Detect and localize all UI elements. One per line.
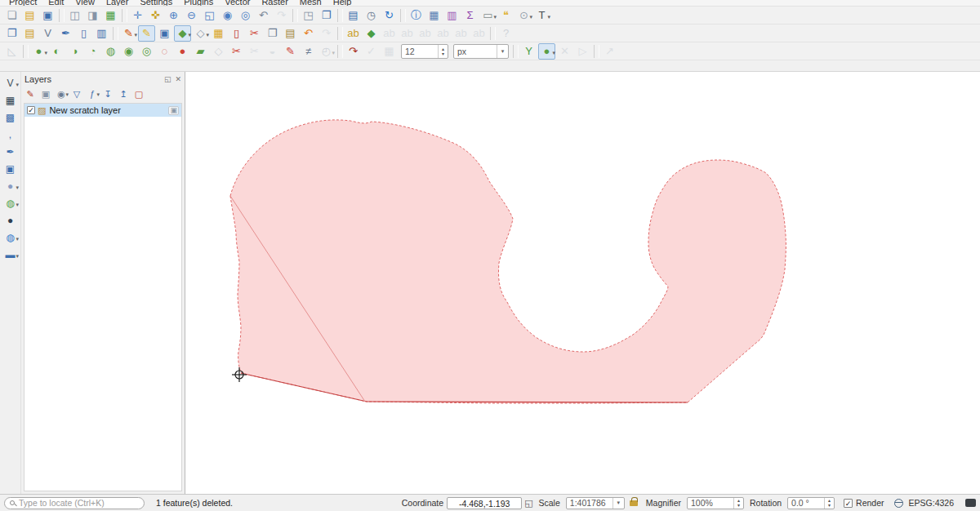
zoom-to-selection-button[interactable]: ◉ [219, 7, 236, 24]
zoom-to-area-button[interactable]: ⊙ [515, 7, 532, 24]
map-canvas[interactable] [185, 72, 980, 494]
new-geopackage-layer-button[interactable]: ▤ [21, 25, 38, 42]
add-vector-layer-button[interactable]: V [2, 75, 19, 91]
new-print-layout-button[interactable]: ◫ [66, 7, 83, 24]
magnifier-spinbox[interactable]: 100% [687, 497, 744, 509]
rotation-spinbox[interactable]: 0.0 ° [787, 497, 835, 509]
new-spatialite-layer-button[interactable]: ✒ [57, 25, 74, 42]
menu-edit[interactable]: Edit [42, 0, 69, 7]
statistical-summary-button[interactable]: ▥ [443, 7, 461, 24]
add-raster-layer-button[interactable]: ▦ [2, 92, 19, 109]
add-ring-button[interactable]: ◍ [102, 43, 119, 60]
menu-layer[interactable]: Layer [100, 0, 135, 7]
modify-attributes-of-selected-features-button[interactable]: ▦ [210, 25, 227, 42]
paste-features-button[interactable]: ▤ [282, 25, 299, 42]
add-spatialite-layer-dropdown-arrow[interactable] [16, 195, 19, 210]
stream-digitizing-button[interactable]: ↷ [345, 43, 362, 60]
menu-vector[interactable]: Vector [219, 0, 256, 7]
add-wms-layer-dropdown-arrow[interactable] [16, 229, 19, 244]
toggle-editing-button[interactable]: ✎ [138, 25, 155, 42]
remove-layer-group-button[interactable]: ▢ [131, 87, 146, 101]
current-edits-dropdown-arrow[interactable] [134, 25, 137, 40]
save-layer-edits-button[interactable]: ▣ [156, 25, 173, 42]
coordinate-input[interactable]: -4.468,-1.193 [447, 497, 522, 509]
menu-view[interactable]: View [69, 0, 100, 7]
add-delimited-text-layer-button[interactable]: , [2, 127, 19, 143]
new-3d-map-view-button[interactable]: ◳ [300, 7, 317, 24]
measure-line-button[interactable]: ▭ [479, 7, 497, 24]
open-data-source-manager-button[interactable]: ❐ [3, 25, 20, 42]
collapse-all-button[interactable]: ↥ [116, 87, 131, 101]
zoom-full-button[interactable]: ◱ [201, 7, 218, 24]
menu-plugins[interactable]: Plugins [178, 0, 219, 7]
menu-project[interactable]: Project [3, 0, 42, 7]
current-edits-button[interactable]: ✎ [120, 25, 137, 42]
float-panel-icon[interactable]: ◱ [164, 75, 172, 83]
new-virtual-layer-button[interactable]: ▥ [93, 25, 110, 42]
text-annotation-button[interactable]: T [533, 7, 550, 24]
refresh-map-button[interactable]: ↻ [381, 7, 398, 24]
stream-tolerance-units[interactable]: px [453, 44, 509, 59]
measure-line-dropdown-arrow[interactable] [493, 7, 497, 22]
open-attribute-table-button[interactable]: ▦ [425, 7, 443, 24]
manage-map-themes-dropdown-arrow[interactable] [65, 85, 69, 100]
toggle-extents-icon[interactable]: ◱ [524, 498, 532, 509]
stream-tolerance[interactable]: 12 [401, 44, 448, 59]
identify-features-button[interactable]: ⓘ [408, 7, 425, 24]
move-feature-button[interactable]: ● [30, 43, 47, 60]
layer-row-new-scratch-layer[interactable]: ✓ ▨ New scratch layer ▣ [24, 104, 181, 117]
add-wfs-layer-button[interactable]: ▬ [2, 247, 19, 263]
close-panel-icon[interactable]: ✕ [175, 75, 181, 83]
zoom-to-area-dropdown-arrow[interactable] [529, 7, 532, 22]
style-manager-button[interactable]: ▦ [102, 7, 119, 24]
lock-scale-icon[interactable] [630, 500, 638, 506]
offset-curve-button[interactable]: ▰ [192, 43, 209, 60]
enable-snapping-dropdown-arrow[interactable] [552, 43, 555, 58]
add-polygon-feature-button[interactable]: ◆ [174, 25, 191, 42]
enable-snapping-button[interactable]: ● [538, 43, 555, 60]
layer-diagram-options-button[interactable]: ◆ [363, 25, 380, 42]
magnifier-spin-arrows[interactable] [733, 498, 743, 509]
layer-visibility-checkbox[interactable]: ✓ [27, 106, 35, 114]
zoom-in-button[interactable]: ⊕ [165, 7, 182, 24]
add-spatialite-layer-button[interactable]: ◍ [2, 195, 19, 211]
move-feature-dropdown-arrow[interactable] [44, 43, 47, 58]
add-part-button[interactable]: ◉ [120, 43, 137, 60]
vertex-tool-dropdown-arrow[interactable] [206, 25, 209, 40]
simplify-feature-button[interactable]: ◔ [84, 43, 101, 60]
cut-features-button[interactable]: ✂ [246, 25, 263, 42]
stream-tolerance-units-dropdown-arrow[interactable] [497, 45, 508, 58]
locator-search-input[interactable]: Type to locate (Ctrl+K) [4, 497, 145, 509]
temporal-controller-button[interactable]: ◷ [363, 7, 380, 24]
manage-map-themes-button[interactable]: ◉ [54, 87, 69, 101]
new-shapefile-layer-button[interactable]: V [39, 25, 56, 42]
show-map-tips-button[interactable]: ❝ [497, 7, 514, 24]
pan-map-button[interactable]: ✛ [129, 7, 146, 24]
expand-all-button[interactable]: ↧ [100, 87, 115, 101]
menu-raster[interactable]: Raster [256, 0, 293, 7]
add-vector-layer-dropdown-arrow[interactable] [16, 75, 19, 90]
rotate-point-symbols-dropdown-arrow[interactable] [332, 43, 335, 58]
show-layout-manager-button[interactable]: ◨ [84, 7, 101, 24]
rotation-spin-arrows[interactable] [824, 498, 834, 509]
open-layer-styling-dock-button[interactable]: ✎ [23, 87, 38, 101]
add-polygon-feature-dropdown-arrow[interactable] [188, 25, 191, 40]
trim-extend-feature-button[interactable]: ≠ [300, 43, 317, 60]
zoom-out-button[interactable]: ⊖ [183, 7, 200, 24]
show-sum-statistics-button[interactable]: Σ [461, 7, 479, 24]
merge-attributes-of-selected-features-button[interactable]: ✎ [282, 43, 299, 60]
show-spatial-bookmarks-button[interactable]: ▤ [345, 7, 362, 24]
scale-dropdown-arrow[interactable] [612, 498, 624, 509]
rotate-feature-button[interactable]: ◑ [66, 43, 83, 60]
filter-legend-by-expression-dropdown-arrow[interactable] [96, 85, 100, 100]
undo-button[interactable]: ↶ [300, 25, 317, 42]
add-virtual-layer-button[interactable]: ▣ [2, 161, 19, 177]
crs-globe-icon[interactable] [894, 499, 903, 508]
pan-map-to-selection-button[interactable]: ✜ [147, 7, 164, 24]
zoom-to-layer-button[interactable]: ◎ [237, 7, 254, 24]
menu-help[interactable]: Help [327, 0, 358, 7]
add-postgis-layer-dropdown-arrow[interactable] [16, 178, 19, 193]
copy-features-button[interactable]: ❐ [264, 25, 281, 42]
delete-selected-button[interactable]: ▯ [228, 25, 245, 42]
menu-mesh[interactable]: Mesh [294, 0, 327, 7]
